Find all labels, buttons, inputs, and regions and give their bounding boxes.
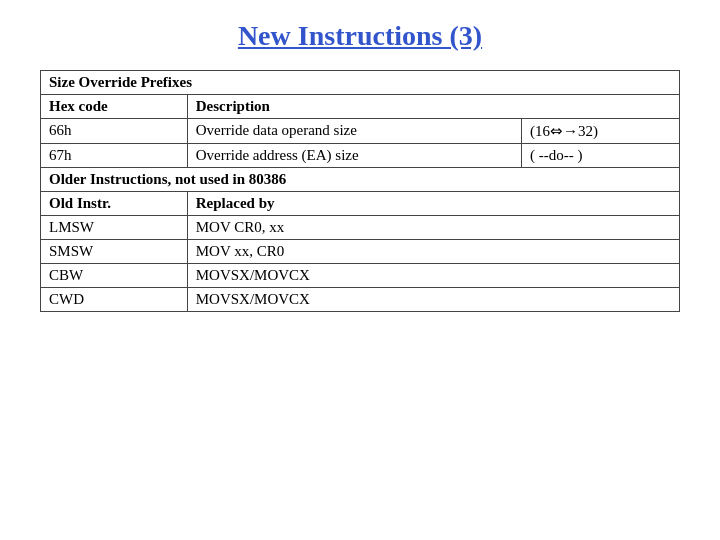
- table-row: 66h Override data operand size (16⇔→32): [41, 119, 680, 144]
- hex-value: 67h: [41, 144, 188, 168]
- table-row: CBW MOVSX/MOVCX: [41, 264, 680, 288]
- old-instr: CWD: [41, 288, 188, 312]
- description-text: Override data operand size: [187, 119, 521, 144]
- page-title: New Instructions (3): [238, 20, 482, 52]
- col-header-2: Old Instr. Replaced by: [41, 192, 680, 216]
- replacement: MOV xx, CR0: [187, 240, 679, 264]
- replacement: MOV CR0, xx: [187, 216, 679, 240]
- old-instr: LMSW: [41, 216, 188, 240]
- table-row: SMSW MOV xx, CR0: [41, 240, 680, 264]
- col-replaced-by: Replaced by: [187, 192, 679, 216]
- section-header-2: Older Instructions, not used in 80386: [41, 168, 680, 192]
- table-row: LMSW MOV CR0, xx: [41, 216, 680, 240]
- old-instr: SMSW: [41, 240, 188, 264]
- instructions-table: Size Override Prefixes Hex code Descript…: [40, 70, 680, 312]
- size-note: ( --do-- ): [522, 144, 680, 168]
- table-row: CWD MOVSX/MOVCX: [41, 288, 680, 312]
- section-1-title: Size Override Prefixes: [41, 71, 680, 95]
- section-2-title: Older Instructions, not used in 80386: [41, 168, 680, 192]
- size-note: (16⇔→32): [522, 119, 680, 144]
- table-row: 67h Override address (EA) size ( --do-- …: [41, 144, 680, 168]
- section-header-1: Size Override Prefixes: [41, 71, 680, 95]
- description-text: Override address (EA) size: [187, 144, 521, 168]
- replacement: MOVSX/MOVCX: [187, 264, 679, 288]
- col-header-1: Hex code Description: [41, 95, 680, 119]
- col-hexcode: Hex code: [41, 95, 188, 119]
- old-instr: CBW: [41, 264, 188, 288]
- replacement: MOVSX/MOVCX: [187, 288, 679, 312]
- col-description: Description: [187, 95, 679, 119]
- col-old-instr: Old Instr.: [41, 192, 188, 216]
- hex-value: 66h: [41, 119, 188, 144]
